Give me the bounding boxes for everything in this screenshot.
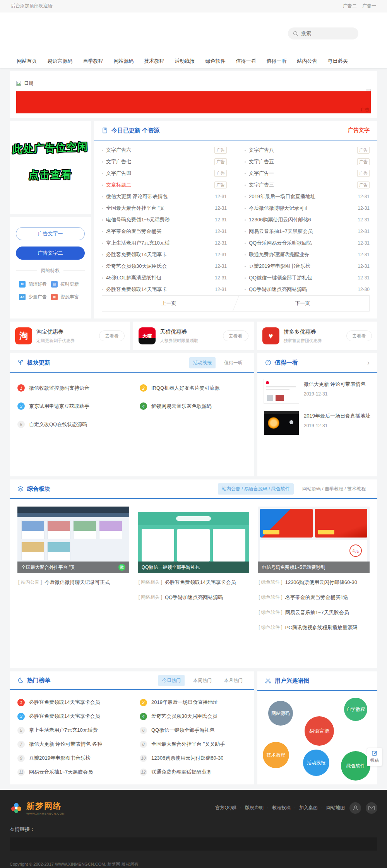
article-row[interactable]: 2019年最后一场日食直播地址 12-31 (245, 191, 370, 202)
footer-link[interactable]: 版权声明 (245, 805, 272, 811)
composite-item[interactable]: [ 网络相关 ] 必胜客免费领取14天宅享卡会员 (139, 575, 249, 590)
topbar-ad2-link[interactable]: 广告二 (343, 3, 357, 9)
article-row[interactable]: 文字广告一 广告 (245, 168, 370, 179)
nav-item[interactable]: 站内公告 (292, 58, 322, 65)
composite-item[interactable]: [ 绿色软件 ] PC腾讯微视多线程刷播放量源码 (259, 620, 369, 635)
article-row[interactable]: 文章标题二 广告 (102, 179, 227, 191)
ad-text-link[interactable]: 广告文字 (348, 127, 370, 134)
article-row[interactable]: 联通免费办理漏话提醒业务 12-31 (245, 249, 370, 260)
interest-bubble[interactable]: 易语言源 (305, 716, 334, 746)
coupon-go-button[interactable]: 去看看 (346, 330, 372, 341)
nav-item[interactable]: 活动线报 (170, 58, 200, 65)
footer-link[interactable]: 加入桌面 (299, 805, 326, 811)
article-row[interactable]: 全国最大聚合外挂平台 "叉 12-31 (102, 202, 227, 214)
mail-icon[interactable] (366, 802, 377, 814)
hot-item[interactable]: 5 掌上生活老用户7元充10元话费 (17, 723, 124, 737)
hot-item[interactable]: 11 网易云音乐抽1~7天黑胶会员 (17, 765, 124, 779)
article-row[interactable]: 文字广告五 广告 (245, 156, 370, 168)
board-item[interactable]: 1 微信收款监控源码支持语音 (17, 379, 124, 397)
interest-bubble[interactable]: 网站源码 (268, 701, 293, 726)
article-row[interactable]: 爱奇艺会员领30天屈臣氏会 12-31 (102, 260, 227, 272)
screenshot-thumb-2[interactable]: QQ微信一键领全部手游礼包 (138, 507, 250, 573)
interest-bubble[interactable]: 活动线报 (303, 750, 329, 776)
search-box[interactable] (288, 27, 358, 39)
board-item[interactable]: 5 自定义改QQ在线状态源码 (17, 415, 124, 433)
nav-item[interactable]: 每日必买 (322, 58, 353, 65)
friend-links-area[interactable] (10, 837, 377, 851)
board-item[interactable]: 3 京东试用申请京豆获取助手 (17, 397, 124, 415)
footer-link[interactable]: 网站地图 (326, 805, 345, 811)
interest-bubble[interactable]: 技术教程 (263, 742, 289, 768)
hot-item[interactable]: 6 QQ微信一键领全部手游礼包 (140, 723, 247, 737)
composite-item[interactable]: [ 绿色软件 ] 网易云音乐抽1~7天黑胶会员 (259, 605, 369, 620)
article-row[interactable]: QQ音乐网易云音乐听歌回忆 12-31 (245, 237, 370, 249)
hot-item[interactable]: 1 必胜客免费领取14天宅享卡会员 (17, 695, 124, 709)
article-row[interactable]: 文字广告四 广告 (102, 168, 227, 179)
article-row[interactable]: 12306购票使用云闪付邮储6 12-31 (245, 214, 370, 226)
hot-item[interactable]: 7 微信大更新 评论可带表情包 各种 (17, 737, 124, 751)
nav-item[interactable]: 绿色软件 (200, 58, 231, 65)
topbar-ad1-link[interactable]: 广告一 (362, 3, 376, 9)
tab-composite-active[interactable]: 站内公告 / 易语言源码 / 绿色软件 (218, 483, 294, 495)
nav-item[interactable]: 自学教程 (78, 58, 108, 65)
composite-item[interactable]: [ 站内公告 ] 今后微信微博聊天记录可正式 (18, 575, 128, 590)
article-row[interactable]: 文字广告三 广告 (245, 179, 370, 191)
footer-logo[interactable]: 新梦网络 WWW.XINMENGCN.COM (10, 801, 65, 815)
article-row[interactable]: 网易云音乐抽1~7天黑胶会员 12-31 (245, 226, 370, 237)
red-ad-banner[interactable]: 广告 (16, 91, 371, 113)
composite-item[interactable]: [ 绿色软件 ] 名字带金的麦当劳金桶买1送 (259, 590, 369, 605)
article-row[interactable]: 文字广告八 广告 (245, 144, 370, 156)
coupon-go-button[interactable]: 去看看 (223, 330, 248, 341)
next-page-button[interactable]: 下一页 (236, 296, 370, 311)
tab-hot-month[interactable]: 本月热门 (220, 675, 247, 686)
watch-item[interactable]: 2019年最后一场日食直播地址 2019-12-31 (257, 404, 377, 436)
hot-item[interactable]: 8 全国最大聚合外挂平台 "叉叉助手 (140, 737, 247, 751)
article-row[interactable]: 45张LOL超高清壁纸打包 12-31 (102, 272, 227, 284)
article-row[interactable]: 名字带金的麦当劳金桶买 12-31 (102, 226, 227, 237)
nav-item[interactable]: 值得一听 (261, 58, 292, 65)
hot-item[interactable]: 12 联通免费办理漏话提醒业务 (140, 765, 247, 779)
nav-item[interactable]: 技术教程 (139, 58, 170, 65)
screenshot-thumb-3[interactable]: 4元 电信号码免费领1~5元话费秒到 (258, 507, 370, 573)
hot-item[interactable]: 3 必胜客免费领取14天宅享卡会员 (17, 709, 124, 723)
tab-composite-inactive[interactable]: 网站源码 / 自学教程 / 技术教程 (298, 483, 370, 495)
nav-item[interactable]: 易语言源码 (42, 58, 78, 65)
article-row[interactable]: 必胜客免费领取14天宅享卡 12-31 (102, 284, 227, 295)
search-input[interactable] (301, 31, 348, 36)
board-item[interactable]: 4 解锁网易云音乐灰色歌源码 (140, 397, 247, 415)
ad-text-button-2[interactable]: 广告文字二 (16, 247, 85, 260)
board-item[interactable]: 2 IRQQ机器人好友名片赞引流源 (140, 379, 247, 397)
article-row[interactable]: 今后微信微博聊天记录可正 12-31 (245, 202, 370, 214)
tab-hot-today[interactable]: 今日热门 (158, 675, 185, 686)
prev-page-button[interactable]: 上一页 (102, 296, 236, 311)
article-row[interactable]: QQ微信一键领全部手游礼包 12-31 (245, 272, 370, 284)
hot-item[interactable]: 9 豆瓣2019年电影图书音乐榜 (17, 751, 124, 765)
nav-item[interactable]: 值得一看 (231, 58, 261, 65)
footer-link[interactable]: 教程投稿 (272, 805, 299, 811)
composite-item[interactable]: [ 网络相关 ] QQ手游加速点亮网站源码 (139, 590, 249, 605)
coupon-go-button[interactable]: 去看看 (99, 330, 125, 341)
ad-text-button-1[interactable]: 广告文字一 (16, 227, 85, 240)
footer-link[interactable]: 官方QQ群 (215, 805, 245, 811)
nav-item[interactable]: 网站源码 (108, 58, 139, 65)
article-row[interactable]: 豆瓣2019年电影图书音乐榜 12-31 (245, 260, 370, 272)
article-row[interactable]: 掌上生活老用户7元充10元话 12-31 (102, 237, 227, 249)
composite-item[interactable]: [ 绿色软件 ] 12306购票使用云闪付邮储60-30 (259, 575, 369, 590)
empty-ad-slot[interactable]: 此处广告位空闲 点击查看 (10, 121, 91, 214)
submit-post-button[interactable]: 投稿 (367, 748, 382, 766)
tab-activity-news[interactable]: 活动线报 (189, 357, 216, 368)
watch-item[interactable]: 微信大更新 评论可带表情包 2019-12-31 (257, 373, 377, 404)
article-row[interactable]: 微信大更新 评论可带表情包 12-31 (102, 191, 227, 202)
tab-hot-week[interactable]: 本周热门 (189, 675, 216, 686)
interest-bubble[interactable]: 绿色软件 (341, 751, 370, 781)
screenshot-thumb-1[interactable]: 全国最大聚合外挂平台 "叉微 (17, 507, 129, 573)
profile-icon[interactable] (349, 802, 361, 814)
article-row[interactable]: 必胜客免费领取14天宅享卡 12-31 (102, 249, 227, 260)
hot-item[interactable]: 4 爱奇艺会员领30天屈臣氏会员 (140, 709, 247, 723)
interest-bubble[interactable]: 自学教程 (344, 698, 367, 721)
article-row[interactable]: 文字广告七 广告 (102, 156, 227, 168)
tab-worth-listening[interactable]: 值得一听 (220, 357, 247, 368)
article-row[interactable]: 电信号码免费领1~5元话费秒 12-31 (102, 214, 227, 226)
hot-item[interactable]: 10 12306购票使用云闪付邮储60-30 (140, 751, 247, 765)
nav-item[interactable]: 网站首页 (12, 58, 42, 65)
